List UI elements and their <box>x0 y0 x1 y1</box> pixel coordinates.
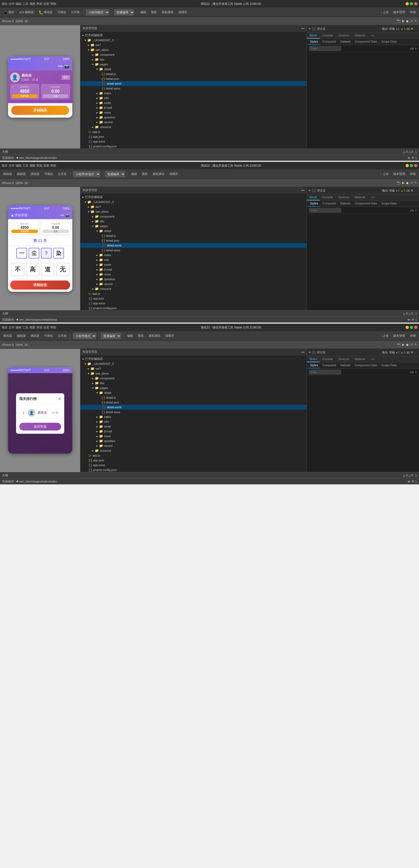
dt-tab-more-1[interactable]: >> <box>368 33 377 38</box>
st-tab-styles-1[interactable]: Styles <box>308 39 320 45</box>
tree2-index[interactable]: ▸ 📁 index <box>80 253 307 257</box>
tree3-project-config[interactable]: { } project.config.json <box>80 467 307 472</box>
breadcrumb-eye-1[interactable]: 👁 <box>408 156 411 160</box>
upload-btn-3[interactable]: ↑ 上传 <box>379 333 390 338</box>
version-btn-2[interactable]: 版本管理 <box>392 172 407 177</box>
preview-btn-2[interactable]: 预览 <box>140 172 150 177</box>
dt3-tab-console[interactable]: Console <box>320 356 336 362</box>
tree-project-config[interactable]: { } project.config.json <box>80 144 307 148</box>
dt3-icon-expand[interactable]: ⬛ <box>312 351 316 354</box>
tree3-wei_idiom[interactable]: ▾ 📁 wei_idiom <box>80 371 307 376</box>
tree2-detail-wxml[interactable]: ⬛ detail.wxml <box>80 243 307 248</box>
menu2-wenjian[interactable]: 文件 <box>8 164 14 168</box>
dt2-label-output[interactable]: 输出 <box>382 189 388 193</box>
toolbar3-icon-4[interactable]: ↺ <box>411 343 413 346</box>
tree3-question[interactable]: ▸ 📁 question <box>80 439 307 443</box>
tree2-info[interactable]: ▸ 📁 info <box>80 257 307 262</box>
tree2-invite[interactable]: ▸ 📁 invite <box>80 262 307 267</box>
edit-btn-2[interactable]: 编辑 <box>130 172 139 177</box>
minimize-btn-1[interactable] <box>406 2 409 5</box>
tree-app-js[interactable]: ▷ app.js <box>80 129 307 134</box>
more-icon-1[interactable]: ••• <box>301 27 304 30</box>
st3-tab-dataset[interactable]: Dataset <box>338 363 353 368</box>
filter-input-2[interactable] <box>309 208 341 213</box>
version-btn-3[interactable]: 版本管理 <box>392 333 407 338</box>
tree2-resource[interactable]: ▸ 📁 resource <box>80 286 307 291</box>
modal-close-3[interactable]: ✕ <box>58 397 61 401</box>
dt3-tab-wxml[interactable]: Wxml <box>307 356 320 362</box>
tree-index[interactable]: ▸ 📁 index <box>80 91 307 96</box>
tree-resource[interactable]: ▸ 📁 resource <box>80 125 307 129</box>
st2-tab-dataset[interactable]: Dataset <box>338 201 353 207</box>
filter-input-1[interactable] <box>309 46 341 51</box>
cls-btn-2[interactable]: .cls <box>409 209 414 212</box>
tree2-more[interactable]: ▸ 📁 more <box>80 272 307 277</box>
dt3-tab-more[interactable]: >> <box>368 356 377 362</box>
preview-btn[interactable]: 预览 <box>150 10 159 15</box>
detail-btn-3[interactable]: 详情 <box>408 333 417 338</box>
st-tab-dataset-1[interactable]: Dataset <box>338 39 353 45</box>
menu2-bianji[interactable]: 编辑 <box>15 164 22 168</box>
real-device-btn-2[interactable]: 真机调试 <box>151 172 166 177</box>
menu3-gongju[interactable]: 工具 <box>23 326 28 330</box>
tree-project[interactable]: ▾ 📁 _1414481507_3 <box>80 38 307 42</box>
tree-libs[interactable]: ▸ 📁 libs <box>80 57 307 62</box>
dt-tab-network-1[interactable]: Network <box>352 33 368 38</box>
quiz-opt-2[interactable]: 高 <box>26 263 39 276</box>
st2-tab-scope[interactable]: Scope Data <box>379 201 399 207</box>
quiz-opt-3[interactable]: 道 <box>41 263 54 276</box>
tree3-app-js[interactable]: ▷ app.js <box>80 453 307 458</box>
save-btn-3[interactable]: 清缓存 <box>164 333 175 338</box>
tree-detail-js[interactable]: { } detail.js <box>80 71 307 76</box>
toolbar3-icon-3[interactable]: ⏹ <box>406 343 409 346</box>
tree2-pages[interactable]: ▾ 📁 pages <box>80 224 307 228</box>
mode-selector-3[interactable]: 小程序模式 <box>73 333 96 339</box>
tree-detail[interactable]: ▾ 📁 detail <box>80 67 307 71</box>
tree3-pages[interactable]: ▾ 📁 pages <box>80 385 307 390</box>
menu2-jiemian[interactable]: 界面 <box>36 164 42 168</box>
tree3-jfmall[interactable]: ▸ 📁 jf-mall <box>80 429 307 434</box>
tree3-open-editors[interactable]: ▸ 打开的编辑器 <box>80 356 307 362</box>
toolbar2-icon-3[interactable]: ⏹ <box>406 181 409 185</box>
menu3-bianji[interactable]: 编辑 <box>15 326 22 330</box>
tree3-detail[interactable]: ▾ 📁 detail <box>80 390 307 395</box>
tree-pages[interactable]: ▾ 📁 pages <box>80 62 307 67</box>
tree3-app-wxss[interactable]: { } app.wxss <box>80 463 307 467</box>
st2-tab-computed[interactable]: Computed <box>320 201 338 207</box>
plus-icon-1[interactable]: + <box>415 46 417 50</box>
menu3-shezhi[interactable]: 设置 <box>43 326 49 330</box>
breadcrumb-settings-1[interactable]: ⚙ <box>412 156 414 160</box>
dt-settings-icon-1[interactable]: ⚙ <box>411 27 413 31</box>
back-icon-2[interactable]: ◀ <box>11 214 13 217</box>
toolbar2-icon-2[interactable]: ▶ <box>402 181 404 185</box>
tree-we7[interactable]: ▸ 📁 we7 <box>80 42 307 48</box>
breadcrumb-settings-2[interactable]: ⚙ <box>412 318 414 321</box>
tree3-detail-json[interactable]: { } detail.json <box>80 400 307 405</box>
tree-invite[interactable]: ▸ 📁 invite <box>80 100 307 105</box>
dt2-icon-expand[interactable]: ⬛ <box>312 189 316 192</box>
st-tab-computed-1[interactable]: Computed <box>320 39 338 45</box>
tree-detail-wxss[interactable]: { } detail.wxss <box>80 86 307 91</box>
tree-detail-json[interactable]: { } detail.json <box>80 76 307 81</box>
maximize-btn-1[interactable] <box>410 2 413 5</box>
real-device-btn[interactable]: 真机调试 <box>160 10 175 15</box>
tree2-detail[interactable]: ▾ 📁 detail <box>80 228 307 233</box>
menu-xiang[interactable]: 项目 <box>2 2 7 6</box>
dt2-tab-console[interactable]: Console <box>320 194 336 200</box>
dt3-label-config[interactable]: 传输 <box>389 350 395 354</box>
tree3-invite[interactable]: ▸ 📁 invite <box>80 424 307 429</box>
tree-info[interactable]: ▸ 📁 info <box>80 96 307 100</box>
tree3-libs[interactable]: ▸ 📁 libs <box>80 381 307 385</box>
filter-input-3[interactable] <box>309 370 341 374</box>
st3-tab-styles[interactable]: Styles <box>308 363 320 368</box>
tree-question[interactable]: ▸ 📁 question <box>80 115 307 120</box>
toolbar2-icon-1[interactable]: 📷 <box>397 181 400 185</box>
toolbar2-icon-4[interactable]: ↺ <box>411 181 413 185</box>
menu3-xiang[interactable]: 项目 <box>2 326 7 330</box>
tree2-question[interactable]: ▸ 📁 question <box>80 277 307 282</box>
dt2-tab-wxml[interactable]: Wxml <box>307 194 320 200</box>
tree-record[interactable]: ▸ 📁 record <box>80 120 307 125</box>
dt3-tab-sources[interactable]: Sources <box>336 356 352 362</box>
dt3-icon-close[interactable]: ✕ <box>309 351 311 354</box>
mode-selector-2[interactable]: 小程序/外域式 <box>73 171 100 177</box>
